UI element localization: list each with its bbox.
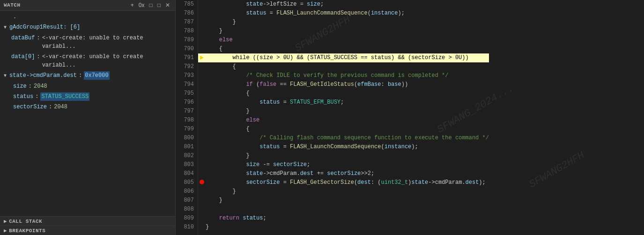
code-line-807: }	[198, 196, 489, 205]
code-line-791: ► while ((size > 0U) && (STATUS_SUCCESS …	[198, 53, 489, 62]
line-indicator-802	[198, 152, 206, 160]
watch-item-adc[interactable]: ▼ gAdcGroup1Result: [6]	[0, 22, 175, 33]
code-text-792: {	[206, 62, 236, 71]
watermark3: SFWANG2HFH	[527, 150, 587, 191]
code-text-798: else	[206, 116, 259, 125]
code-line-799: {	[198, 125, 489, 134]
code-area[interactable]: 7857867877887897907917927937947957967977…	[176, 0, 644, 235]
watch-item-sectorsize: sectorSize : 2048	[0, 102, 175, 112]
code-text-786: status = FLASH_LaunchCommandSequence(ins…	[206, 9, 405, 18]
line-indicator-800	[198, 134, 206, 143]
code-text-804: state->cmdParam.dest += sectorSize>>2;	[206, 169, 374, 178]
line-indicator-796	[198, 98, 206, 107]
line-indicator-809	[198, 214, 206, 223]
watch-btn2[interactable]: □	[156, 2, 162, 8]
line-indicator-788	[198, 27, 206, 36]
watch-item-data0: data[0] : <-var-create: unable to create…	[0, 52, 175, 70]
left-panel: WATCH + 0x □ □ ✕ . ▼ gAdcGroup1Result: […	[0, 0, 176, 235]
code-text-802: }	[206, 152, 250, 160]
watch-btn1[interactable]: □	[148, 2, 154, 8]
code-text-801: status = FLASH_LaunchCommandSequence(ins…	[206, 143, 418, 152]
line-num-804: 804	[179, 169, 194, 178]
code-line-794: if (false == FLASH_GetIdleStatus(efmBase…	[198, 80, 489, 89]
var-name: .	[13, 13, 16, 21]
var-name-databuf: dataBuf	[11, 34, 35, 42]
watch-item-cmdparam[interactable]: ▼ state->cmdParam.dest : 0x7e000	[0, 70, 175, 81]
line-num-808: 808	[179, 205, 194, 214]
code-line-797: }	[198, 107, 489, 116]
code-line-810: }	[198, 223, 489, 232]
code-line-790: {	[198, 45, 489, 53]
line-num-801: 801	[179, 143, 194, 152]
watch-hex-btn[interactable]: 0x	[137, 2, 146, 8]
line-num-787: 787	[179, 18, 194, 27]
code-line-809: return status;	[198, 214, 489, 223]
watch-item-size: size : 2048	[0, 81, 175, 91]
line-num-791: 791	[179, 53, 194, 62]
right-panel: 7857867877887897907917927937947957967977…	[176, 0, 644, 235]
breakpoints-title: BREAKPOINTS	[9, 228, 45, 234]
code-text-806: }	[206, 187, 236, 196]
breakpoints-header[interactable]: ▶ BREAKPOINTS	[0, 226, 175, 235]
code-text-807: }	[206, 196, 222, 205]
code-text-809: return status;	[206, 214, 266, 223]
expand-arrow-cmdparam: ▼	[4, 72, 7, 80]
var-name-data0: data[0]	[11, 53, 35, 61]
var-name-size: size	[13, 82, 27, 91]
line-indicator-808	[198, 205, 206, 214]
line-indicator-785	[198, 0, 206, 9]
line-indicator-803	[198, 160, 206, 169]
var-value-databuf: <-var-create: unable to create variabl..…	[42, 34, 171, 51]
code-text-794: if (false == FLASH_GetIdleStatus(efmBase…	[206, 80, 408, 89]
code-text-797: }	[206, 107, 250, 116]
line-num-785: 785	[179, 0, 194, 9]
line-indicator-795	[198, 89, 206, 98]
line-num-794: 794	[179, 80, 194, 89]
code-line-789: else	[198, 36, 489, 45]
line-indicator-807	[198, 196, 206, 205]
line-indicator-790	[198, 45, 206, 53]
line-indicator-787	[198, 18, 206, 27]
watch-close-btn[interactable]: ✕	[164, 2, 171, 8]
code-line-801: status = FLASH_LaunchCommandSequence(ins…	[198, 143, 489, 152]
line-num-807: 807	[179, 196, 194, 205]
line-indicator-798	[198, 116, 206, 125]
code-text-789: else	[206, 36, 233, 45]
var-value-status: STATUS_SUCCESS	[40, 92, 89, 101]
line-num-797: 797	[179, 107, 194, 116]
var-name-sectorsize: sectorSize	[13, 103, 47, 111]
code-line-795: {	[198, 89, 489, 98]
watch-header-actions: + 0x □ □ ✕	[129, 2, 171, 8]
code-text-791: while ((size > 0U) && (STATUS_SUCCESS ==…	[206, 53, 469, 62]
watch-header: WATCH + 0x □ □ ✕	[0, 0, 175, 11]
code-line-787: }	[198, 18, 489, 27]
code-line-806: }	[198, 187, 489, 196]
line-indicator-810	[198, 223, 206, 232]
code-line-803: size -= sectorSize;	[198, 160, 489, 169]
line-indicator-794	[198, 80, 206, 89]
code-text-810: }	[206, 223, 209, 232]
line-indicator-793	[198, 71, 206, 80]
line-num-799: 799	[179, 125, 194, 134]
line-num-792: 792	[179, 62, 194, 71]
line-num-800: 800	[179, 134, 194, 143]
var-name-cmdparam: state->cmdParam.dest	[9, 71, 77, 80]
code-line-804: state->cmdParam.dest += sectorSize>>2;	[198, 169, 489, 178]
code-line-796: status = STATUS_EFM_BUSY;	[198, 98, 489, 107]
watch-add-btn[interactable]: +	[129, 2, 135, 8]
code-text-803: size -= sectorSize;	[206, 160, 310, 169]
callstack-header[interactable]: ▶ CALL STACK	[0, 216, 175, 226]
code-line-800: /* Calling flash command sequence functi…	[198, 134, 489, 143]
breakpoint-dot	[200, 180, 204, 184]
code-text-790: {	[206, 45, 222, 53]
var-value-cmdparam: 0x7e000	[84, 71, 109, 80]
code-text-787: }	[206, 18, 236, 27]
code-text-788: }	[206, 27, 222, 36]
code-text-799: {	[206, 125, 250, 134]
line-num-788: 788	[179, 27, 194, 36]
code-lines: SFWANG2HFH SFWANG_2024... SFWANG2HFH sta…	[198, 0, 489, 235]
var-value-size: 2048	[34, 82, 47, 91]
var-value-data0: <-var-create: unable to create variabl..…	[42, 53, 171, 69]
code-line-793: /* Check IDLE to verify the previous com…	[198, 71, 489, 80]
line-num-809: 809	[179, 214, 194, 223]
